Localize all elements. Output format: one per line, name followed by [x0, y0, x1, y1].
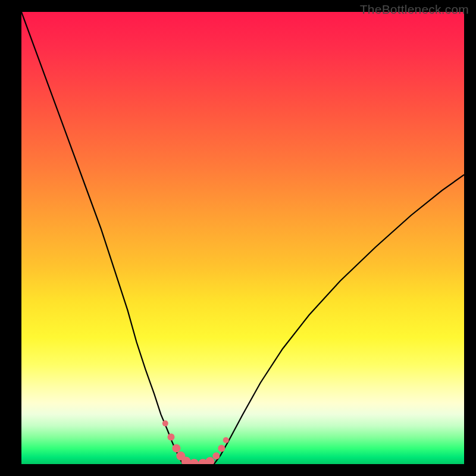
bottom-marker	[172, 444, 180, 452]
chart-stage: TheBottleneck.com	[0, 0, 476, 476]
bottom-marker	[212, 452, 220, 459]
bottom-marker	[162, 421, 168, 427]
bottom-marker	[223, 437, 229, 443]
bottom-marker	[189, 459, 199, 464]
marker-group	[162, 421, 229, 464]
bottom-marker	[218, 444, 225, 452]
bottom-marker	[205, 457, 214, 464]
bottom-marker	[167, 433, 174, 440]
marker-svg	[21, 12, 464, 464]
plot-area	[21, 12, 464, 464]
watermark-text: TheBottleneck.com	[360, 2, 469, 17]
